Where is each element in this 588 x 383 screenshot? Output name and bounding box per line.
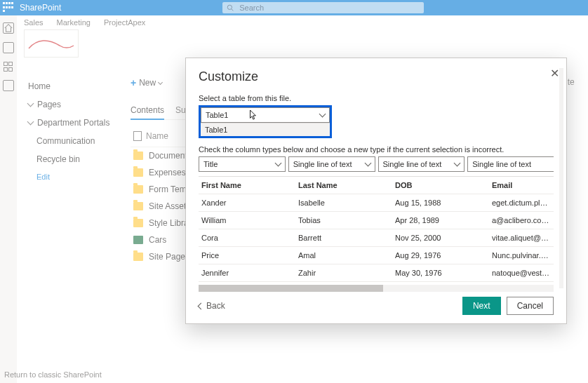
column-type-dropdown[interactable]: Single line of text: [467, 156, 554, 172]
next-button[interactable]: Next: [462, 297, 501, 315]
col-header-dob: DOB: [392, 177, 489, 194]
column-type-dropdown[interactable]: Single line of text: [288, 156, 375, 172]
column-type-dropdown[interactable]: Single line of text: [378, 156, 465, 172]
back-button[interactable]: Back: [199, 301, 225, 311]
close-icon[interactable]: ✕: [550, 67, 559, 80]
table-row: Xander Isabelle Aug 15, 1988 eget.dictum…: [199, 194, 554, 212]
dialog-footer: Back Next Cancel: [199, 297, 554, 315]
cursor-icon: [248, 109, 258, 122]
select-table-label: Select a table from this file.: [199, 94, 554, 102]
table-option[interactable]: Table1: [201, 123, 330, 136]
preview-table: First Name Last Name DOB Email Xander Is…: [199, 176, 554, 282]
horizontal-scrollbar[interactable]: [199, 285, 554, 292]
column-type-dropdown[interactable]: Title: [199, 156, 286, 172]
chevron-down-icon: [276, 160, 281, 168]
cancel-button[interactable]: Cancel: [507, 297, 554, 315]
col-header-first: First Name: [199, 177, 295, 194]
table-row: Price Amal Aug 29, 1976 Nunc.pulvinar.ar…: [199, 247, 554, 264]
col-header-last: Last Name: [295, 177, 392, 194]
table-select-highlight: Table1 Table1: [199, 105, 332, 138]
table-dropdown-list: Table1: [201, 123, 330, 136]
table-dropdown[interactable]: Table1: [201, 107, 330, 123]
scrollbar-thumb[interactable]: [199, 285, 383, 292]
chevron-down-icon: [320, 111, 325, 119]
column-type-selectors: Title Single line of text Single line of…: [199, 156, 554, 172]
table-header-row: First Name Last Name DOB Email: [199, 177, 554, 194]
table-row: Cora Barrett Nov 25, 2000 vitae.aliquet@…: [199, 229, 554, 247]
chevron-down-icon: [366, 160, 370, 168]
dialog-title: Customize: [199, 69, 554, 84]
table-row: William Tobias Apr 28, 1989 a@aclibero.c…: [199, 212, 554, 229]
customize-dialog: ✕ Customize Select a table from this fil…: [185, 58, 567, 324]
table-row: Jennifer Zahir May 30, 1976 natoque@vest…: [199, 264, 554, 282]
table-dropdown-value: Table1: [206, 111, 228, 119]
chevron-down-icon: [455, 160, 460, 168]
modal-scrollbar[interactable]: [559, 68, 563, 288]
col-header-email: Email: [489, 177, 554, 194]
column-instruction: Check the column types below and choose …: [199, 145, 554, 154]
